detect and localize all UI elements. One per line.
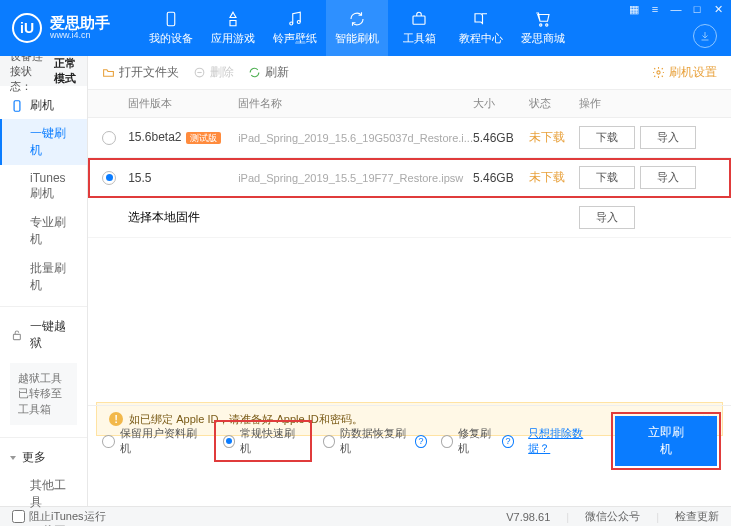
nav-tutorials[interactable]: 教程中心 — [450, 0, 512, 56]
device-status: 设备连接状态：正常模式 — [0, 56, 87, 86]
phone-icon — [162, 10, 180, 28]
maximize-icon[interactable]: □ — [690, 3, 704, 16]
delete-button: 删除 — [193, 64, 234, 81]
brand-name: 爱思助手 — [50, 15, 110, 32]
list-icon[interactable]: ≡ — [648, 3, 662, 16]
brand-url: www.i4.cn — [50, 31, 110, 41]
radio-icon[interactable] — [102, 131, 116, 145]
main-nav: 我的设备 应用游戏 铃声壁纸 智能刷机 工具箱 教程中心 爱思商城 — [140, 0, 574, 56]
status-bar: 阻止iTunes运行 V7.98.61 | 微信公众号 | 检查更新 — [0, 506, 731, 526]
firmware-row-selected[interactable]: 15.5 iPad_Spring_2019_15.5_19F77_Restore… — [88, 158, 731, 198]
app-icon — [224, 10, 242, 28]
nav-flash[interactable]: 智能刷机 — [326, 0, 388, 56]
sidebar: 设备连接状态：正常模式 刷机 一键刷机 iTunes刷机 专业刷机 批量刷机 一… — [0, 56, 88, 506]
download-button[interactable]: 下载 — [579, 166, 635, 189]
sidebar-item-itunes[interactable]: iTunes刷机 — [0, 165, 87, 208]
flash-mode-bar: 保留用户资料刷机 常规快速刷机 防数据恢复刷机? 修复刷机? 只想排除数据？ 立… — [88, 405, 731, 476]
svg-point-10 — [657, 71, 660, 74]
music-icon — [286, 10, 304, 28]
sidebar-item-batch[interactable]: 批量刷机 — [0, 254, 87, 300]
brand: iU 爱思助手 www.i4.cn — [0, 0, 122, 56]
mode-repair[interactable]: 修复刷机? — [441, 426, 514, 456]
sidebar-group-flash[interactable]: 刷机 — [0, 92, 87, 119]
flash-now-button[interactable]: 立即刷机 — [615, 416, 717, 466]
svg-point-2 — [297, 21, 300, 24]
local-firmware-row[interactable]: 选择本地固件 导入 — [88, 198, 731, 238]
open-folder-button[interactable]: 打开文件夹 — [102, 64, 179, 81]
beta-badge: 测试版 — [186, 132, 221, 144]
block-itunes-checkbox[interactable]: 阻止iTunes运行 — [12, 509, 106, 524]
nav-my-device[interactable]: 我的设备 — [140, 0, 202, 56]
firmware-row[interactable]: 15.6beta2测试版 iPad_Spring_2019_15.6_19G50… — [88, 118, 731, 158]
mode-anti-recover[interactable]: 防数据恢复刷机? — [323, 426, 427, 456]
svg-rect-6 — [14, 100, 20, 111]
nav-apps[interactable]: 应用游戏 — [202, 0, 264, 56]
toolbox-icon — [410, 10, 428, 28]
chevron-down-icon — [10, 456, 16, 460]
refresh-button[interactable]: 刷新 — [248, 64, 289, 81]
sidebar-group-more[interactable]: 更多 — [0, 444, 87, 471]
svg-rect-3 — [413, 16, 425, 24]
wechat-link[interactable]: 微信公众号 — [585, 509, 640, 524]
minimize-icon[interactable]: — — [669, 3, 683, 16]
svg-point-5 — [546, 24, 548, 26]
exclude-data-link[interactable]: 只想排除数据？ — [528, 426, 601, 456]
svg-rect-7 — [13, 334, 20, 339]
sidebar-item-oneclick[interactable]: 一键刷机 — [0, 119, 87, 165]
import-button[interactable]: 导入 — [640, 166, 696, 189]
help-icon[interactable]: ? — [502, 435, 514, 448]
help-icon[interactable]: ? — [415, 435, 427, 448]
mode-keep-data[interactable]: 保留用户资料刷机 — [102, 426, 203, 456]
svg-point-4 — [540, 24, 542, 26]
close-icon[interactable]: ✕ — [711, 3, 725, 16]
radio-icon[interactable] — [102, 171, 116, 185]
brand-logo-icon: iU — [12, 13, 42, 43]
import-button[interactable]: 导入 — [640, 126, 696, 149]
nav-shop[interactable]: 爱思商城 — [512, 0, 574, 56]
check-update-link[interactable]: 检查更新 — [675, 509, 719, 524]
main-panel: 打开文件夹 删除 刷新 刷机设置 固件版本 固件名称 大小 状态 操作 15.6… — [88, 56, 731, 506]
download-manager-icon[interactable] — [693, 24, 717, 48]
menu-icon[interactable]: ▦ — [627, 3, 641, 16]
cart-icon — [534, 10, 552, 28]
sidebar-item-pro[interactable]: 专业刷机 — [0, 208, 87, 254]
mode-normal[interactable]: 常规快速刷机 — [217, 423, 309, 459]
book-icon — [472, 10, 490, 28]
svg-rect-0 — [167, 12, 175, 26]
import-button[interactable]: 导入 — [579, 206, 635, 229]
jailbreak-note: 越狱工具已转移至工具箱 — [10, 363, 77, 425]
refresh-icon — [348, 10, 366, 28]
download-button[interactable]: 下载 — [579, 126, 635, 149]
sidebar-group-jailbreak[interactable]: 一键越狱 — [0, 313, 87, 357]
window-controls: ▦ ≡ — □ ✕ — [627, 3, 725, 16]
svg-point-1 — [290, 22, 293, 25]
table-header: 固件版本 固件名称 大小 状态 操作 — [88, 90, 731, 118]
version-label: V7.98.61 — [506, 511, 550, 523]
flash-settings-button[interactable]: 刷机设置 — [652, 64, 717, 81]
nav-ringtone[interactable]: 铃声壁纸 — [264, 0, 326, 56]
nav-tools[interactable]: 工具箱 — [388, 0, 450, 56]
